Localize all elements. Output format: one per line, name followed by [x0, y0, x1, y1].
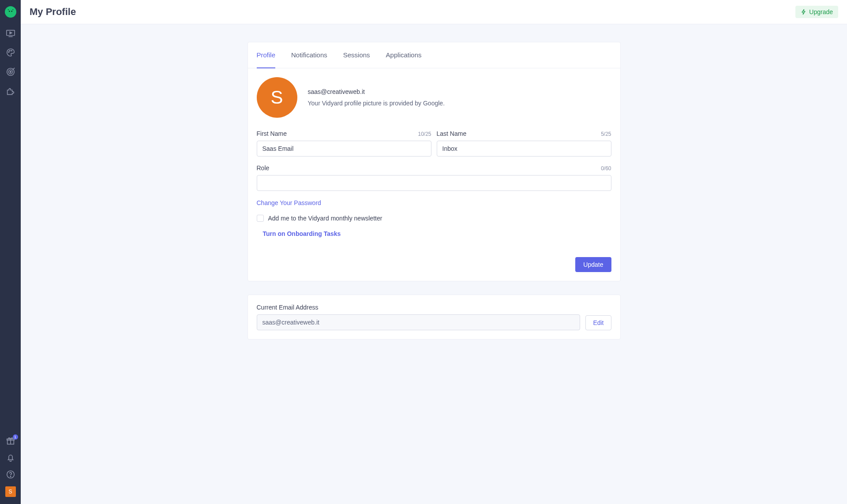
newsletter-label[interactable]: Add me to the Vidyard monthly newsletter	[268, 215, 382, 222]
first-name-counter: 10/25	[418, 131, 431, 137]
last-name-counter: 5/25	[601, 131, 611, 137]
gift-icon[interactable]: 1	[6, 436, 15, 446]
profile-header: S saas@creativeweb.it Your Vidyard profi…	[257, 77, 611, 118]
main: My Profile Upgrade Profile Notifications…	[21, 0, 847, 504]
tab-notifications[interactable]: Notifications	[291, 42, 327, 68]
tab-profile[interactable]: Profile	[257, 42, 276, 68]
page-title: My Profile	[30, 6, 76, 18]
svg-point-12	[10, 476, 11, 477]
tab-sessions[interactable]: Sessions	[343, 42, 370, 68]
tab-applications[interactable]: Applications	[386, 42, 422, 68]
svg-point-8	[10, 71, 11, 73]
role-counter: 0/60	[601, 165, 611, 172]
help-icon[interactable]	[6, 470, 15, 479]
role-label: Role	[257, 164, 270, 172]
current-email-input[interactable]	[257, 314, 581, 330]
avatar-large: S	[257, 77, 297, 118]
puzzle-icon[interactable]	[6, 86, 15, 96]
target-icon[interactable]	[6, 67, 15, 77]
profile-picture-desc: Your Vidyard profile picture is provided…	[308, 100, 445, 107]
first-name-label: First Name	[257, 130, 287, 137]
upgrade-button[interactable]: Upgrade	[795, 6, 838, 18]
svg-point-5	[11, 50, 12, 51]
sidebar: 1 S	[0, 0, 21, 504]
topbar: My Profile Upgrade	[21, 0, 847, 24]
last-name-label: Last Name	[437, 130, 467, 137]
first-name-input[interactable]	[257, 141, 431, 157]
role-field: Role 0/60	[257, 164, 611, 191]
content: Profile Notifications Sessions Applicati…	[21, 24, 847, 504]
first-name-field: First Name 10/25	[257, 130, 431, 157]
last-name-input[interactable]	[437, 141, 611, 157]
brand-logo[interactable]	[5, 6, 16, 18]
update-button[interactable]: Update	[575, 257, 611, 272]
user-avatar-small[interactable]: S	[5, 486, 16, 497]
profile-card: Profile Notifications Sessions Applicati…	[247, 42, 621, 281]
edit-email-button[interactable]: Edit	[585, 315, 611, 330]
last-name-field: Last Name 5/25	[437, 130, 611, 157]
tabs: Profile Notifications Sessions Applicati…	[248, 42, 620, 68]
role-input[interactable]	[257, 175, 611, 191]
palette-icon[interactable]	[6, 48, 15, 57]
bell-icon[interactable]	[6, 453, 15, 463]
profile-email: saas@creativeweb.it	[308, 88, 445, 95]
svg-point-1	[11, 11, 12, 12]
gift-badge: 1	[13, 434, 18, 440]
newsletter-checkbox[interactable]	[257, 215, 264, 222]
svg-point-3	[8, 52, 9, 52]
onboarding-link[interactable]: Turn on Onboarding Tasks	[263, 230, 341, 237]
email-card: Current Email Address Edit	[247, 295, 621, 340]
change-password-link[interactable]: Change Your Password	[257, 199, 321, 206]
svg-point-4	[9, 50, 10, 51]
current-email-label: Current Email Address	[257, 304, 319, 311]
videos-icon[interactable]	[6, 28, 15, 38]
upgrade-label: Upgrade	[809, 8, 833, 15]
lightning-icon	[801, 9, 807, 15]
svg-point-0	[9, 11, 10, 12]
